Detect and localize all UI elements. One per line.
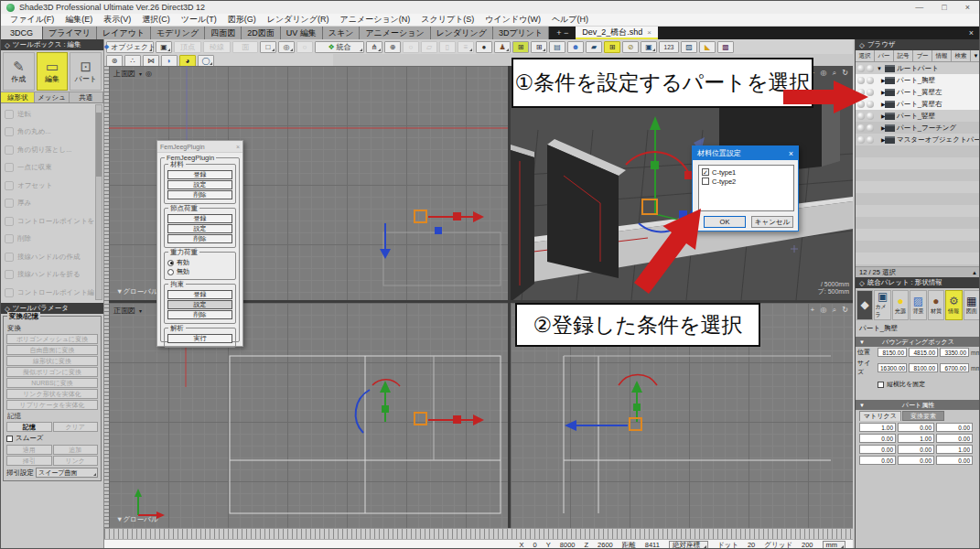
minimize-button[interactable]: — bbox=[915, 3, 923, 12]
render-flag-icon[interactable] bbox=[867, 136, 874, 144]
monitor-icon[interactable]: ▣ bbox=[641, 41, 657, 53]
hatch-icon[interactable]: ▨ bbox=[681, 41, 697, 53]
constraint-delete-button[interactable]: 削除 bbox=[167, 310, 232, 319]
tool-item[interactable]: 接線ハンドルを折る bbox=[5, 266, 94, 285]
size-y-field[interactable]: 8100.00 bbox=[909, 363, 938, 372]
tab-uv-edit[interactable]: UV 編集 bbox=[281, 27, 323, 39]
tool-item[interactable]: 接線ハンドルの作成 bbox=[5, 248, 94, 266]
palette-tab-shape[interactable]: ◆ bbox=[856, 290, 873, 320]
material-dialog-titlebar[interactable]: 材料位置設定 × bbox=[693, 146, 798, 160]
ok-button[interactable]: OK bbox=[704, 216, 746, 228]
rect-select-icon[interactable]: □ bbox=[260, 41, 276, 53]
filter-bool[interactable]: ブー bbox=[913, 50, 932, 61]
sweep-button[interactable]: 掃引 bbox=[6, 456, 52, 466]
object-mode-button[interactable]: ◆ オブジェクト bbox=[106, 41, 154, 53]
render-flag-icon[interactable] bbox=[867, 77, 874, 84]
render-flag-icon[interactable] bbox=[867, 124, 874, 132]
matrix-cell[interactable]: 0.00 bbox=[859, 456, 896, 465]
palette-tab-camera[interactable]: ▣カメラ bbox=[874, 290, 890, 320]
position-y-field[interactable]: 4815.00 bbox=[909, 348, 938, 357]
gravity-on-radio[interactable] bbox=[167, 260, 174, 266]
filter-part[interactable]: パー bbox=[875, 50, 894, 61]
tab-3dcg[interactable]: 3DCG bbox=[1, 27, 43, 39]
convert-to-nurbs-button[interactable]: NURBSに変換 bbox=[6, 378, 98, 388]
mode-edit-button[interactable]: ▭ 編集 bbox=[37, 52, 69, 91]
tab-rendering[interactable]: レンダリング bbox=[431, 27, 493, 39]
collapse-icon[interactable]: ▲ bbox=[972, 270, 977, 275]
camera-icon[interactable]: ▣ bbox=[156, 41, 172, 53]
filter-search[interactable]: 検索 bbox=[952, 50, 971, 61]
convert-to-pseudo-polygon-button[interactable]: 擬似ポリゴンに変換 bbox=[6, 367, 98, 377]
load-set-button[interactable]: 設定 bbox=[167, 224, 232, 233]
tool-list-scrollbar[interactable] bbox=[95, 104, 102, 300]
lasso-select-icon[interactable]: ○ bbox=[296, 41, 313, 53]
constraint-set-button[interactable]: 設定 bbox=[167, 300, 232, 309]
render-flag-icon[interactable] bbox=[867, 113, 874, 120]
earth-icon[interactable]: ● bbox=[476, 41, 492, 53]
matrix-cell[interactable]: 0.00 bbox=[898, 423, 934, 432]
tool-item[interactable]: 削除 bbox=[5, 231, 94, 249]
chevron-down-icon[interactable]: ▾ bbox=[139, 70, 142, 77]
size-z-field[interactable]: 6700.00 bbox=[940, 363, 969, 372]
add-button[interactable]: 追加 bbox=[53, 445, 99, 455]
fix-aspect-checkbox[interactable] bbox=[878, 382, 884, 388]
size-x-field[interactable]: 16300.00 bbox=[878, 363, 907, 372]
load-delete-button[interactable]: 削除 bbox=[167, 234, 232, 243]
material-set-button[interactable]: 設定 bbox=[167, 180, 232, 189]
coordinate-mode-label[interactable]: ▼グローバル bbox=[116, 515, 158, 524]
vertex-mode-button[interactable]: 頂点 bbox=[174, 41, 201, 53]
document-tab[interactable]: Dev_2_橋台.shd × bbox=[576, 27, 658, 39]
joint-icon[interactable]: ⋔ bbox=[366, 41, 382, 53]
menu-tools[interactable]: ツール(T) bbox=[176, 14, 222, 26]
gravity-off-radio[interactable] bbox=[167, 269, 174, 275]
visibility-icon[interactable] bbox=[857, 89, 865, 96]
circle-off-icon[interactable]: ○ bbox=[403, 41, 419, 53]
menu-help[interactable]: ヘルプ(H) bbox=[546, 14, 594, 26]
filter-select[interactable]: 選択 bbox=[856, 50, 875, 61]
tool-item[interactable]: 厚み bbox=[5, 195, 94, 213]
matrix-cell[interactable]: 0.00 bbox=[936, 456, 973, 465]
render-flag-icon[interactable] bbox=[867, 101, 874, 108]
materialize-link-button[interactable]: リンク形状を実体化 bbox=[6, 389, 98, 399]
unit-dropdown[interactable]: mm bbox=[823, 541, 846, 549]
matrix-cell[interactable]: 1.00 bbox=[859, 423, 896, 432]
viewport-front-label[interactable]: 正面図 bbox=[113, 306, 135, 316]
visibility-icon[interactable] bbox=[857, 65, 865, 72]
material-dialog-close-icon[interactable]: × bbox=[789, 149, 793, 158]
tree-row-part[interactable]: ▶パート_翼壁左 bbox=[856, 86, 980, 98]
target-icon[interactable]: ⊕ bbox=[384, 41, 401, 53]
palette-tab-drawing[interactable]: ▦図面 bbox=[964, 290, 980, 320]
filter-symbol[interactable]: 記号 bbox=[894, 50, 913, 61]
load-register-button[interactable]: 登録 bbox=[167, 214, 232, 223]
tab-add-remove[interactable]: + − bbox=[549, 27, 576, 39]
list-off-icon[interactable]: ≡ bbox=[458, 41, 474, 53]
ring-select-icon[interactable]: ◎ bbox=[278, 41, 295, 53]
close-button[interactable]: × bbox=[965, 3, 970, 12]
filter-info[interactable]: 情報 bbox=[932, 50, 952, 61]
viewport-center-icon[interactable]: ◎ bbox=[145, 70, 152, 78]
render-flag-icon[interactable] bbox=[867, 89, 874, 96]
tool-item[interactable]: 角の丸め... bbox=[5, 124, 94, 142]
matrix-cell[interactable]: 0.00 bbox=[898, 456, 934, 465]
panel-close-icon[interactable]: × bbox=[962, 27, 980, 39]
tab-animation[interactable]: アニメーション bbox=[360, 27, 430, 39]
palette-tab-light[interactable]: ●光源 bbox=[892, 290, 909, 320]
clear-button[interactable]: クリア bbox=[53, 422, 99, 432]
tab-common[interactable]: 共通 bbox=[70, 92, 103, 102]
menu-window[interactable]: ウインドウ(W) bbox=[479, 14, 546, 26]
palette-tab-material[interactable]: ●材質 bbox=[928, 290, 944, 320]
grid-yellow-icon[interactable]: ⊞ bbox=[604, 41, 620, 53]
tab-primary[interactable]: プライマリ bbox=[43, 27, 97, 39]
filter-dropdown-icon[interactable]: ▼ bbox=[971, 50, 980, 61]
tree-row-part[interactable]: ▶パート_フーチング bbox=[856, 122, 980, 134]
tool-item[interactable]: オフセット bbox=[5, 177, 94, 195]
tool-item[interactable]: 角の切り落とし... bbox=[5, 141, 94, 159]
apply-button[interactable]: 適用 bbox=[6, 445, 52, 455]
materialize-replicator-button[interactable]: リプリケータを実体化 bbox=[6, 400, 98, 410]
position-x-field[interactable]: 8150.00 bbox=[878, 348, 907, 357]
menu-edit[interactable]: 編集(E) bbox=[59, 14, 98, 26]
link-button[interactable]: リンク bbox=[53, 456, 99, 466]
cube2-off-icon[interactable]: ▯ bbox=[439, 41, 456, 53]
face-mode-button[interactable]: 面 bbox=[232, 41, 258, 53]
tool-item[interactable]: 一点に収束 bbox=[5, 159, 94, 178]
